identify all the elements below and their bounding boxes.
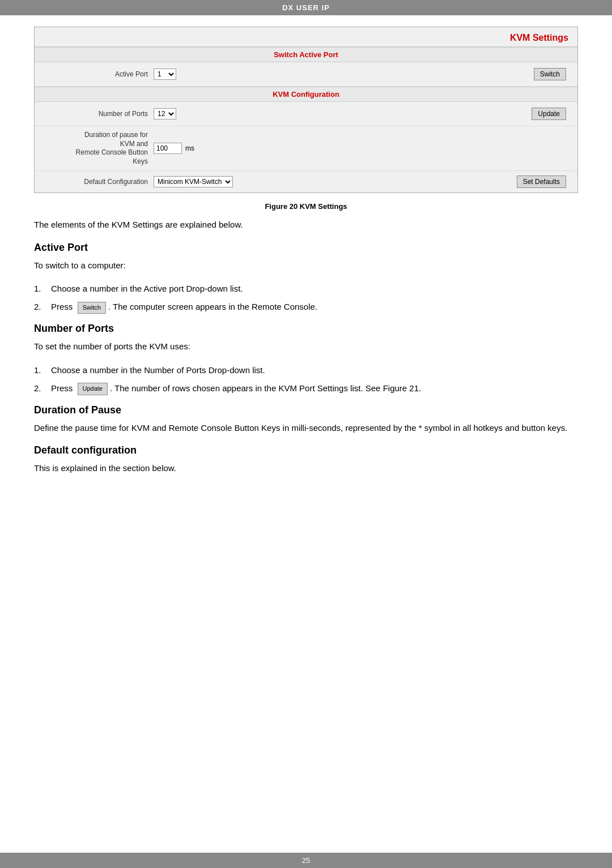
number-of-ports-steps: 1. Choose a number in the Number of Port… [34,364,578,395]
active-port-heading: Active Port [34,242,578,254]
update-button-container: Update [532,108,566,120]
top-bar-title: DX USER IP [282,3,330,12]
switch-inline-button: Switch [78,302,106,314]
kvm-configuration-label: KVM Configuration [273,90,339,99]
kvm-configuration-header: KVM Configuration [35,87,577,102]
default-config-control: Minicom KVM-Switch [154,176,517,187]
main-content: KVM Settings Switch Active Port Active P… [0,15,612,853]
intro-text: The elements of the KVM Settings are exp… [34,219,578,232]
switch-button[interactable]: Switch [534,68,566,80]
number-of-ports-select[interactable]: 1 2 3 4 5 6 7 8 9 10 11 12 [154,108,176,119]
section-active-port: Active Port To switch to a computer: 1. … [34,242,578,314]
set-defaults-button-container: Set Defaults [517,176,566,188]
figure-caption: Figure 20 KVM Settings [34,202,578,211]
active-port-label: Active Port [46,70,148,78]
duration-of-pause-body: Define the pause time for KVM and Remote… [34,422,578,435]
top-bar: DX USER IP [0,0,612,15]
duration-control: ms [154,143,194,154]
update-inline-button: Update [78,383,108,395]
kvm-panel-header: KVM Settings [35,27,577,47]
ms-label: ms [185,144,194,152]
default-config-row: Default Configuration Minicom KVM-Switch… [35,171,577,193]
number-of-ports-heading: Number of Ports [34,323,578,335]
duration-input[interactable] [154,143,182,154]
duration-row: Duration of pause forKVM andRemote Conso… [35,126,577,171]
section-default-configuration: Default configuration This is explained … [34,444,578,475]
bottom-bar: 25 [0,853,612,868]
default-configuration-body: This is explained in the section below. [34,462,578,475]
list-item: 2. Press Update. The number of rows chos… [34,382,578,395]
active-port-row: Active Port 1 2 3 4 5 6 7 8 9 10 11 12 [35,62,577,87]
page-number: 25 [302,856,310,865]
default-config-select[interactable]: Minicom KVM-Switch [154,176,233,187]
update-button[interactable]: Update [532,108,566,120]
active-port-select[interactable]: 1 2 3 4 5 6 7 8 9 10 11 12 [154,69,176,80]
set-defaults-button[interactable]: Set Defaults [517,176,566,188]
kvm-panel: KVM Settings Switch Active Port Active P… [34,27,578,193]
default-config-label: Default Configuration [46,178,148,186]
number-of-ports-row: Number of Ports 1 2 3 4 5 6 7 8 9 10 11 … [35,102,577,126]
list-item: 1. Choose a number in the Active port Dr… [34,282,578,296]
number-of-ports-intro: To set the number of ports the KVM uses: [34,340,578,353]
active-port-control: 1 2 3 4 5 6 7 8 9 10 11 12 [154,69,534,80]
kvm-settings-title: KVM Settings [510,33,568,42]
list-item: 2. Press Switch. The computer screen app… [34,300,578,314]
list-item: 1. Choose a number in the Number of Port… [34,364,578,377]
duration-of-pause-heading: Duration of Pause [34,404,578,416]
duration-label: Duration of pause forKVM andRemote Conso… [46,131,148,166]
section-duration-of-pause: Duration of Pause Define the pause time … [34,404,578,435]
active-port-intro: To switch to a computer: [34,259,578,272]
number-of-ports-control: 1 2 3 4 5 6 7 8 9 10 11 12 [154,108,532,119]
number-of-ports-label: Number of Ports [46,110,148,118]
switch-active-port-label: Switch Active Port [274,50,338,59]
switch-active-port-header: Switch Active Port [35,47,577,62]
section-number-of-ports: Number of Ports To set the number of por… [34,323,578,395]
switch-button-container: Switch [534,68,566,80]
active-port-steps: 1. Choose a number in the Active port Dr… [34,282,578,314]
default-configuration-heading: Default configuration [34,444,578,456]
